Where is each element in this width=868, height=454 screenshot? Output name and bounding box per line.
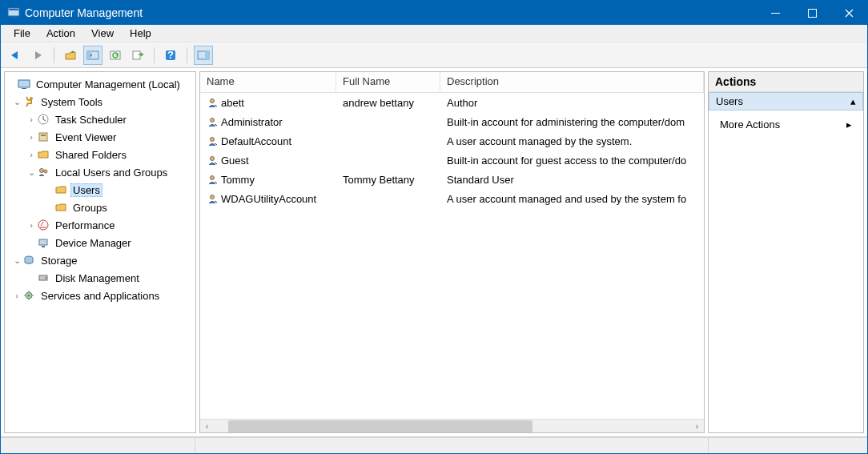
- shared-folders-icon: [37, 148, 50, 161]
- svg-text:?: ?: [167, 49, 174, 61]
- maximize-button[interactable]: [794, 1, 830, 25]
- help-button[interactable]: ?: [161, 46, 180, 65]
- tree-label: Computer Management (Local): [34, 78, 183, 91]
- cell-fullname: Tommy Bettany: [336, 172, 440, 187]
- column-full-name[interactable]: Full Name: [336, 72, 440, 92]
- tree-label: Task Scheduler: [53, 113, 129, 127]
- cell-fullname: [336, 159, 440, 162]
- cell-description: Author: [440, 95, 704, 110]
- tree-task-scheduler[interactable]: › Task Scheduler: [5, 110, 195, 128]
- tree-root[interactable]: Computer Management (Local): [5, 75, 195, 93]
- svg-rect-18: [39, 133, 47, 141]
- menu-action[interactable]: Action: [38, 26, 83, 41]
- show-hide-tree-button[interactable]: [83, 46, 102, 65]
- svg-rect-2: [11, 17, 16, 18]
- cell-fullname: [336, 139, 440, 143]
- svg-point-34: [211, 176, 215, 180]
- up-button[interactable]: [61, 46, 80, 65]
- computer-management-icon: [18, 78, 30, 90]
- back-button[interactable]: [6, 46, 25, 65]
- cell-fullname: [336, 197, 440, 200]
- user-list[interactable]: abett andrew bettany Author Administrato…: [200, 93, 704, 419]
- folder-icon: [54, 183, 67, 196]
- tree-performance[interactable]: › Performance: [5, 216, 195, 234]
- tree-event-viewer[interactable]: › Event Viewer: [5, 128, 195, 146]
- console-tree[interactable]: Computer Management (Local) ⌄ System Too…: [4, 71, 196, 433]
- close-button[interactable]: [830, 1, 867, 25]
- tree-label: Users: [70, 183, 102, 197]
- disk-management-icon: [37, 271, 50, 284]
- tree-label: System Tools: [38, 95, 105, 109]
- forward-button[interactable]: [28, 46, 47, 65]
- tree-label: Event Viewer: [53, 131, 119, 144]
- svg-rect-3: [771, 13, 780, 14]
- expand-icon[interactable]: ›: [26, 115, 37, 124]
- scroll-right-icon[interactable]: ›: [690, 422, 704, 431]
- list-item[interactable]: abett andrew bettany Author: [200, 93, 704, 112]
- collapse-icon[interactable]: ⌄: [26, 167, 37, 178]
- cell-name: WDAGUtilityAccount: [221, 193, 316, 205]
- export-list-button[interactable]: [128, 46, 147, 65]
- tree-services-apps[interactable]: › Services and Applications: [5, 287, 195, 304]
- tree-disk-management[interactable]: Disk Management: [5, 269, 195, 287]
- scroll-left-icon[interactable]: ‹: [200, 422, 214, 431]
- list-item[interactable]: WDAGUtilityAccount A user account manage…: [200, 189, 704, 208]
- svg-point-22: [38, 220, 48, 230]
- toolbar: ?: [1, 42, 867, 68]
- expand-icon[interactable]: ›: [11, 291, 22, 300]
- collapse-icon[interactable]: ▴: [850, 95, 856, 107]
- services-icon: [22, 289, 35, 302]
- details-pane: Name Full Name Description abett andrew …: [199, 71, 705, 433]
- app-icon: [7, 6, 20, 19]
- tree-users[interactable]: Users: [5, 181, 195, 199]
- list-item[interactable]: Guest Built-in account for guest access …: [200, 151, 704, 170]
- list-item[interactable]: Administrator Built-in account for admin…: [200, 112, 704, 131]
- svg-rect-24: [42, 246, 45, 247]
- actions-context-label: Users: [716, 95, 743, 107]
- scrollbar-thumb[interactable]: [228, 420, 532, 432]
- chevron-right-icon: ▸: [846, 119, 852, 131]
- cell-description: Built-in account for administering the c…: [440, 115, 704, 130]
- svg-point-32: [211, 138, 215, 142]
- svg-point-33: [211, 157, 215, 161]
- refresh-button[interactable]: [106, 46, 125, 65]
- horizontal-scrollbar[interactable]: ‹ ›: [200, 419, 704, 432]
- user-icon: [207, 174, 218, 185]
- show-hide-actions-button[interactable]: [194, 46, 213, 65]
- menu-help[interactable]: Help: [122, 26, 159, 41]
- cell-name: DefaultAccount: [221, 135, 291, 147]
- actions-context[interactable]: Users ▴: [709, 92, 863, 110]
- column-name[interactable]: Name: [200, 72, 336, 92]
- tree-local-users-groups[interactable]: ⌄ Local Users and Groups: [5, 163, 195, 181]
- expand-icon[interactable]: ›: [26, 150, 37, 159]
- menu-file[interactable]: File: [6, 26, 38, 41]
- tree-label: Groups: [70, 201, 110, 215]
- column-headers: Name Full Name Description: [200, 72, 704, 93]
- svg-rect-9: [133, 51, 140, 59]
- tree-groups[interactable]: Groups: [5, 199, 195, 216]
- collapse-icon[interactable]: ⌄: [11, 97, 22, 107]
- menu-view[interactable]: View: [83, 26, 122, 41]
- users-groups-icon: [37, 166, 50, 179]
- list-item[interactable]: DefaultAccount A user account managed by…: [200, 131, 704, 151]
- column-description[interactable]: Description: [440, 72, 704, 92]
- collapse-icon[interactable]: ⌄: [11, 255, 22, 266]
- tree-system-tools[interactable]: ⌄ System Tools: [5, 93, 195, 110]
- tree-device-manager[interactable]: Device Manager: [5, 234, 195, 251]
- tree-storage[interactable]: ⌄ Storage: [5, 251, 195, 269]
- menu-bar: File Action View Help: [1, 25, 867, 42]
- list-item[interactable]: Tommy Tommy Bettany Standard User: [200, 170, 704, 189]
- user-icon: [207, 116, 218, 127]
- svg-point-21: [44, 170, 47, 173]
- more-actions[interactable]: More Actions ▸: [717, 115, 855, 134]
- title-bar: Computer Management: [1, 1, 867, 25]
- expand-icon[interactable]: ›: [26, 220, 37, 230]
- svg-rect-19: [41, 135, 46, 136]
- toolbar-separator: [154, 47, 155, 63]
- minimize-button[interactable]: [757, 1, 794, 25]
- tree-label: Device Manager: [53, 236, 134, 250]
- tree-shared-folders[interactable]: › Shared Folders: [5, 146, 195, 163]
- expand-icon[interactable]: ›: [26, 132, 37, 142]
- content-area: Computer Management (Local) ⌄ System Too…: [1, 68, 867, 437]
- user-icon: [207, 193, 218, 204]
